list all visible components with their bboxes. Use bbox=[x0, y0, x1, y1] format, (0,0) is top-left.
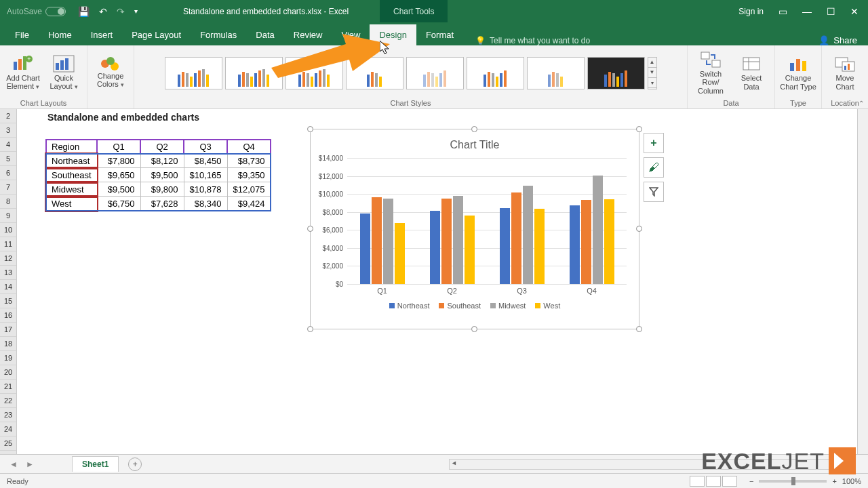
collapse-ribbon-icon[interactable]: ⌃ bbox=[859, 100, 864, 107]
change-chart-type-button[interactable]: Change Chart Type bbox=[779, 55, 817, 90]
row-header[interactable]: 14 bbox=[0, 280, 16, 294]
ribbon-display-icon[interactable]: ▭ bbox=[778, 6, 787, 17]
row-header[interactable]: 19 bbox=[0, 351, 16, 365]
chart-bar[interactable] bbox=[372, 197, 382, 284]
legend-item[interactable]: Northeast bbox=[389, 302, 430, 310]
selection-handle[interactable] bbox=[636, 326, 642, 332]
zoom-level[interactable]: 100% bbox=[842, 477, 861, 485]
chart-style-1[interactable] bbox=[165, 57, 222, 89]
chart-bar[interactable] bbox=[383, 199, 393, 284]
chart-bar[interactable] bbox=[453, 196, 463, 284]
selection-handle[interactable] bbox=[307, 326, 313, 332]
chart-legend[interactable]: NortheastSoutheastMidwestWest bbox=[311, 302, 639, 310]
legend-item[interactable]: West bbox=[535, 302, 560, 310]
vertical-scrollbar[interactable] bbox=[857, 109, 868, 454]
selection-handle[interactable] bbox=[307, 226, 313, 232]
move-chart-button[interactable]: Move Chart bbox=[826, 55, 864, 90]
chart-style-2[interactable] bbox=[225, 57, 283, 89]
embedded-chart[interactable]: Chart Title $0$2,000$4,000$6,000$8,000$1… bbox=[310, 129, 639, 329]
chart-bar[interactable] bbox=[360, 214, 370, 284]
worksheet-area[interactable]: 2345678910111213141516171819202122232425… bbox=[0, 109, 868, 454]
sheet-tab-sheet1[interactable]: Sheet1 bbox=[72, 456, 119, 472]
redo-icon[interactable]: ↷ bbox=[117, 6, 125, 17]
undo-icon[interactable]: ↶ bbox=[99, 6, 107, 17]
maximize-icon[interactable]: ☐ bbox=[827, 6, 835, 17]
tab-format[interactable]: Format bbox=[416, 24, 463, 45]
header-q2[interactable]: Q2 bbox=[140, 140, 184, 154]
header-q3[interactable]: Q3 bbox=[184, 140, 227, 154]
page-layout-view-icon[interactable] bbox=[706, 476, 721, 487]
select-data-button[interactable]: Select Data bbox=[732, 55, 770, 90]
chart-style-more[interactable]: ▲▼▾ bbox=[648, 57, 657, 89]
new-sheet-button[interactable]: + bbox=[128, 458, 142, 471]
chart-style-6[interactable] bbox=[467, 57, 524, 89]
close-icon[interactable]: ✕ bbox=[850, 6, 859, 17]
chart-bar[interactable] bbox=[395, 223, 405, 284]
legend-item[interactable]: Midwest bbox=[490, 302, 526, 310]
tab-design[interactable]: Design bbox=[370, 24, 416, 45]
row-header[interactable]: 23 bbox=[0, 408, 16, 422]
chart-bar[interactable] bbox=[511, 192, 521, 284]
chart-bar[interactable] bbox=[500, 208, 510, 284]
sheet-title-cell[interactable]: Standalone and embedded charts bbox=[47, 112, 199, 123]
row-header[interactable]: 10 bbox=[0, 223, 16, 237]
row-headers[interactable]: 2345678910111213141516171819202122232425 bbox=[0, 109, 17, 454]
header-q1[interactable]: Q1 bbox=[97, 140, 140, 154]
row-header[interactable]: 15 bbox=[0, 294, 16, 308]
zoom-in-icon[interactable]: + bbox=[832, 477, 836, 485]
row-header[interactable]: 2 bbox=[0, 109, 16, 123]
row-header[interactable]: 18 bbox=[0, 337, 16, 351]
quick-layout-button[interactable]: Quick Layout ▾ bbox=[45, 55, 83, 91]
table-row[interactable]: Southeast$9,650$9,500$10,165$9,350 bbox=[46, 168, 271, 182]
header-region[interactable]: Region bbox=[46, 140, 98, 154]
row-header[interactable]: 9 bbox=[0, 209, 16, 223]
row-header[interactable]: 7 bbox=[0, 180, 16, 195]
tab-page-layout[interactable]: Page Layout bbox=[122, 24, 191, 45]
minimize-icon[interactable]: — bbox=[802, 6, 812, 17]
chart-bar[interactable] bbox=[604, 199, 614, 284]
table-row[interactable]: West$6,750$7,628$8,340$9,424 bbox=[46, 197, 271, 211]
row-header[interactable]: 6 bbox=[0, 166, 16, 180]
add-chart-element-button[interactable]: + Add Chart Element ▾ bbox=[4, 55, 42, 91]
row-header[interactable]: 22 bbox=[0, 394, 16, 408]
chart-bar[interactable] bbox=[593, 176, 603, 284]
chart-style-7[interactable] bbox=[527, 57, 585, 89]
chart-styles-button[interactable]: 🖌 bbox=[644, 157, 664, 178]
selection-handle[interactable] bbox=[471, 126, 477, 132]
tab-home[interactable]: Home bbox=[39, 24, 81, 45]
chart-bar[interactable] bbox=[523, 186, 533, 284]
save-icon[interactable]: 💾 bbox=[78, 6, 90, 17]
chart-style-8[interactable] bbox=[587, 57, 645, 89]
zoom-out-icon[interactable]: − bbox=[749, 477, 753, 485]
customize-qat-icon[interactable]: ▾ bbox=[134, 7, 138, 15]
tab-review[interactable]: Review bbox=[284, 24, 332, 45]
chart-plot-area[interactable]: $0$2,000$4,000$6,000$8,000$10,000$12,000… bbox=[347, 158, 627, 284]
legend-item[interactable]: Southeast bbox=[439, 302, 481, 310]
selection-handle[interactable] bbox=[636, 226, 642, 232]
cells-grid[interactable]: Standalone and embedded charts Region Q1… bbox=[17, 109, 868, 454]
sign-in-link[interactable]: Sign in bbox=[738, 7, 764, 16]
row-header[interactable]: 17 bbox=[0, 323, 16, 337]
table-row[interactable]: Midwest$9,500$9,800$10,878$12,075 bbox=[46, 182, 271, 197]
normal-view-icon[interactable] bbox=[690, 476, 705, 487]
chart-bar[interactable] bbox=[581, 200, 591, 284]
chart-style-5[interactable] bbox=[406, 57, 464, 89]
selection-handle[interactable] bbox=[307, 126, 313, 132]
chart-bar[interactable] bbox=[570, 205, 580, 284]
row-header[interactable]: 20 bbox=[0, 365, 16, 380]
chart-bar[interactable] bbox=[441, 199, 452, 284]
tell-me-search[interactable]: 💡 Tell me what you want to do bbox=[475, 36, 590, 45]
share-button[interactable]: 👤 Share bbox=[818, 35, 857, 45]
tab-insert[interactable]: Insert bbox=[81, 24, 123, 45]
page-break-view-icon[interactable] bbox=[722, 476, 737, 487]
tab-file[interactable]: File bbox=[5, 24, 39, 45]
row-header[interactable]: 11 bbox=[0, 237, 16, 251]
row-header[interactable]: 13 bbox=[0, 266, 16, 280]
chart-style-3[interactable] bbox=[285, 57, 343, 89]
sheet-nav[interactable]: ◄► bbox=[0, 460, 68, 469]
chart-bar[interactable] bbox=[430, 211, 440, 284]
zoom-slider[interactable] bbox=[759, 480, 827, 483]
selection-handle[interactable] bbox=[471, 326, 477, 332]
chart-style-4[interactable] bbox=[346, 57, 403, 89]
row-header[interactable]: 3 bbox=[0, 123, 16, 138]
